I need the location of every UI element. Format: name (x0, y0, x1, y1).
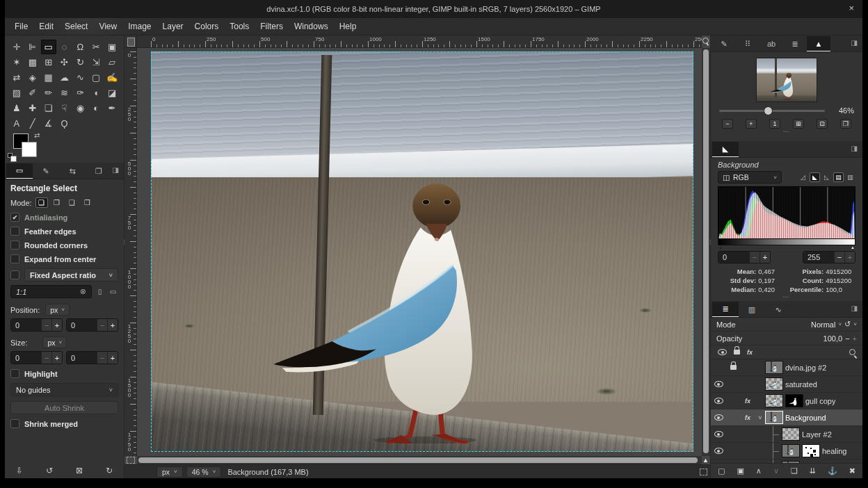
scale-log-button[interactable]: ▥ (845, 172, 855, 182)
plus-icon[interactable]: + (760, 252, 770, 263)
zoom-fill-window-button[interactable]: ⊡ (817, 119, 828, 129)
navigation-thumbnail[interactable] (756, 58, 817, 102)
tool-pencil[interactable]: ✏ (41, 86, 56, 100)
device-status-tab[interactable]: ✎ (33, 163, 59, 179)
tool-ellipse-select[interactable]: ◌ (57, 40, 72, 54)
unit-select[interactable]: px ˅ (156, 466, 183, 478)
dock-menu-icon[interactable]: ◨ (113, 166, 119, 174)
reset-tool-options-button[interactable]: ↻ (106, 466, 113, 475)
mode-intersect[interactable]: ❒ (81, 197, 94, 208)
tool-foreground-select[interactable]: ▣ (104, 40, 120, 54)
histogram-perceptual-button[interactable]: ◺ (821, 172, 832, 182)
fixed-aspect-select[interactable]: Fixed Aspect ratio ˅ (24, 268, 118, 282)
panel-grip[interactable]: ⁞ (123, 239, 125, 246)
brushes-tab[interactable]: ✎ (712, 36, 736, 51)
cancel-icon[interactable] (700, 469, 707, 475)
image-canvas[interactable] (151, 51, 693, 452)
new-layer-button[interactable]: ▢ (718, 466, 725, 475)
layer-name[interactable]: Layer #2 (802, 430, 832, 439)
tool-warp-transform[interactable]: ∿ (72, 70, 88, 85)
menu-help[interactable]: Help (334, 18, 362, 35)
horizontal-scrollbar[interactable] (137, 456, 702, 464)
histogram-tab[interactable]: ◣ (712, 142, 739, 157)
delete-layer-button[interactable]: ✖ (849, 466, 855, 475)
tool-zoom[interactable]: Ϙ (57, 116, 72, 131)
range-max-marker[interactable]: ▲ (851, 245, 855, 250)
mode-subtract[interactable]: ❑ (66, 197, 79, 208)
expand-from-center-checkbox[interactable] (10, 254, 19, 263)
expander-icon[interactable]: ˅ (755, 414, 765, 421)
layers-tab[interactable]: ≣ (712, 302, 739, 317)
tool-handle-transform[interactable]: ✍ (104, 70, 120, 85)
gradients-tab[interactable]: ≣ (783, 36, 807, 51)
fixed-aspect-checkbox[interactable] (10, 270, 19, 279)
feather-edges-checkbox[interactable] (10, 227, 19, 236)
merge-layer-button[interactable]: ⇊ (810, 466, 816, 475)
tool-paintbrush[interactable]: ✐ (25, 86, 40, 100)
default-colors-icon[interactable] (8, 153, 13, 158)
plus-icon[interactable]: + (107, 319, 118, 331)
visibility-eye-icon[interactable] (714, 381, 723, 387)
tool-heal[interactable]: ✚ (25, 101, 40, 115)
layer-row-background[interactable]: fx˅Background (711, 409, 862, 426)
zoom-slider-knob[interactable] (764, 106, 773, 115)
plus-icon[interactable]: + (844, 252, 855, 263)
background-color-swatch[interactable] (22, 142, 37, 157)
layer-name[interactable]: dvina.jpg #2 (785, 364, 826, 372)
raise-layer-button[interactable]: ∧ (756, 466, 762, 475)
anchor-layer-button[interactable]: ⚓ (828, 466, 837, 475)
zoom-fit-image-button[interactable]: ⊞ (793, 119, 804, 129)
eye-icon[interactable] (718, 349, 727, 355)
range-min-spinner[interactable]: 0 − + (718, 251, 771, 263)
zoom-in-button[interactable]: + (746, 119, 757, 129)
visibility-eye-icon[interactable] (714, 398, 723, 404)
tool-measure[interactable]: ∡ (41, 116, 56, 131)
layer-row-layer-2[interactable]: Layer #2 (711, 426, 862, 443)
tool-airbrush[interactable]: ≋ (57, 86, 72, 100)
tool-shear[interactable]: ▱ (104, 55, 120, 70)
scale-linear-button[interactable]: ▤ (833, 172, 844, 182)
vertical-ruler[interactable]: 02 5 05 0 07 5 01 0 0 01 2 5 01 5 0 01 7… (124, 48, 137, 456)
images-tab[interactable]: ❐ (86, 163, 112, 179)
position-x-spinner[interactable]: 0 − + (10, 318, 63, 332)
tool-align[interactable]: ⊫ (25, 40, 40, 54)
channels-tab[interactable]: ▥ (739, 302, 765, 317)
tool-scissors-select[interactable]: ✂ (88, 40, 104, 54)
tool-clone[interactable]: ♟ (9, 101, 24, 115)
mode-add[interactable]: ❐ (51, 197, 63, 208)
tool-eraser[interactable]: ◪ (104, 86, 120, 100)
panel-grip[interactable]: ⁞ (709, 239, 712, 246)
range-max-spinner[interactable]: 255 − + (803, 251, 855, 263)
tool-blur-sharpen[interactable]: ◉ (72, 101, 88, 115)
aspect-ratio-input[interactable]: 1:1 ⊗ (10, 285, 92, 298)
antialiasing-checkbox[interactable]: ✔ (10, 213, 19, 222)
vertical-scrollbar[interactable] (702, 48, 710, 456)
fonts-tab[interactable]: ab (760, 36, 783, 51)
tool-crop[interactable]: ⊞ (41, 55, 56, 70)
ruler-origin-button[interactable] (124, 35, 137, 48)
layer-row-healing[interactable]: healing (711, 443, 862, 459)
swap-colors-icon[interactable]: ⇄ (34, 131, 40, 139)
menu-windows[interactable]: Windows (289, 18, 334, 35)
visibility-eye-icon[interactable] (714, 414, 723, 421)
plus-icon[interactable]: + (51, 352, 62, 364)
layer-name[interactable]: gull copy (805, 397, 835, 405)
menu-file[interactable]: File (9, 18, 33, 35)
menu-view[interactable]: View (93, 18, 122, 35)
minus-icon[interactable]: − (41, 319, 51, 331)
histogram-gradient-strip[interactable]: ▲ ▲ (718, 239, 855, 245)
layer-row-dvina-jpg-2[interactable]: dvina.jpg #2 (711, 359, 862, 376)
reset-mode-icon[interactable]: ↺ (844, 320, 851, 329)
undo-history-tab[interactable]: ⇆ (59, 163, 86, 179)
layer-mode-select[interactable]: Normal (811, 320, 835, 329)
shrink-wrap-button[interactable]: ❐ (840, 119, 851, 129)
dock-menu-icon[interactable]: ◨ (851, 39, 858, 47)
opacity-value[interactable]: 100,0 (823, 334, 843, 343)
panel-handle[interactable]: ⋯ (718, 294, 855, 300)
size-width-spinner[interactable]: 0 − + (10, 351, 63, 364)
tool-perspective-clone[interactable]: ❏ (41, 101, 56, 115)
position-unit-select[interactable]: px ˅ (45, 304, 70, 316)
tool-move[interactable]: ✛ (9, 40, 24, 54)
lock-icon[interactable] (734, 350, 740, 355)
tool-fuzzy-select[interactable]: ✶ (9, 55, 24, 70)
